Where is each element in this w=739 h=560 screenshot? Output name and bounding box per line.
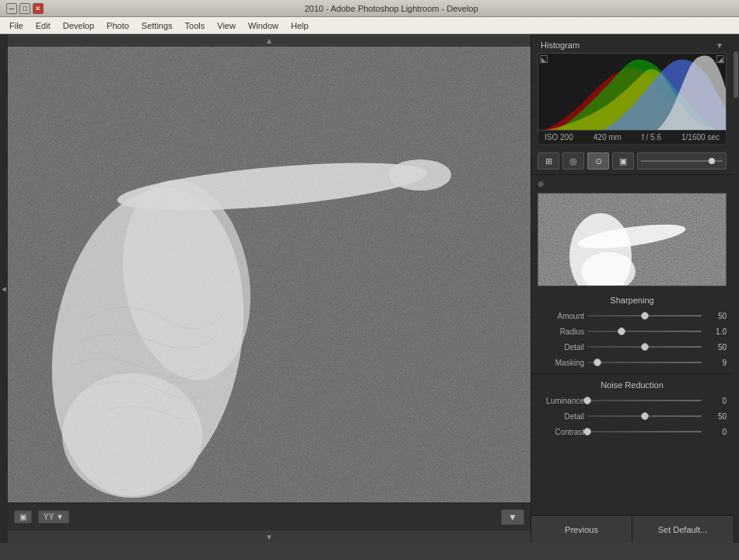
noise-reduction-section: Noise Reduction Luminance 0 Detail xyxy=(531,377,733,439)
spot-removal-tool[interactable]: ◎ xyxy=(562,152,584,170)
masking-value: 9 xyxy=(705,359,727,367)
detail-panel-header: ⊕ xyxy=(531,175,733,193)
masking-label: Masking xyxy=(538,359,584,367)
set-default-button[interactable]: Set Default... xyxy=(632,516,733,543)
tool-strip: ⊞ ◎ ⊙ ▣ xyxy=(531,148,733,175)
image-area: ▲ xyxy=(8,34,531,543)
menu-tools[interactable]: Tools xyxy=(179,19,212,32)
right-scrollbar[interactable] xyxy=(733,34,739,543)
histogram-chart xyxy=(538,54,726,130)
bird-image-svg xyxy=(8,47,531,502)
nr-contrast-row: Contrast 0 xyxy=(531,424,733,439)
histogram-collapse[interactable]: ▼ xyxy=(716,41,723,50)
luminance-row: Luminance 0 xyxy=(531,393,733,408)
nr-detail-row: Detail 50 xyxy=(531,408,733,424)
nr-detail-value: 50 xyxy=(705,412,727,421)
menu-help[interactable]: Help xyxy=(285,19,315,32)
minimize-button[interactable]: ─ xyxy=(6,3,17,14)
histogram-corner-tr: ◢ xyxy=(716,55,724,63)
detail-panel[interactable]: ⊕ xyxy=(531,175,733,515)
top-arrow-bar: ▲ xyxy=(8,34,531,47)
menu-edit[interactable]: Edit xyxy=(30,19,57,32)
sharpening-title: Sharpening xyxy=(531,292,733,308)
graduated-filter[interactable]: ▣ xyxy=(612,152,634,170)
previous-button[interactable]: Previous xyxy=(531,516,632,543)
histogram-box: ◣ ◢ xyxy=(538,53,727,131)
redeye-tool[interactable]: ⊙ xyxy=(587,152,609,170)
window-title: 2010 - Adobe Photoshop Lightroom - Devel… xyxy=(50,4,733,13)
menu-settings[interactable]: Settings xyxy=(135,19,179,32)
yy-button[interactable]: YY ▼ xyxy=(38,510,69,523)
bottom-buttons: Previous Set Default... xyxy=(531,515,733,543)
image-canvas xyxy=(8,47,531,502)
view-icon: ▣ xyxy=(19,513,26,521)
noise-reduction-title: Noise Reduction xyxy=(531,377,733,393)
exif-aperture: f / 5.6 xyxy=(642,133,661,142)
menu-window[interactable]: Window xyxy=(242,19,285,32)
title-bar: ─ □ ✕ 2010 - Adobe Photoshop Lightroom -… xyxy=(0,0,739,17)
histogram-title: Histogram xyxy=(541,40,580,50)
menu-bar: File Edit Develop Photo Settings Tools V… xyxy=(0,17,739,34)
bottom-arrow-bar: ▼ xyxy=(8,530,531,543)
yy-dropdown-icon: ▼ xyxy=(56,513,64,521)
exif-focal: 420 mm xyxy=(594,133,622,142)
main-content: ◄ ▲ xyxy=(0,34,739,543)
preview-thumb-svg xyxy=(538,194,726,285)
amount-label: Amount xyxy=(538,312,584,320)
radius-row: Radius 1.0 xyxy=(531,324,733,339)
tool-slider[interactable] xyxy=(637,152,727,170)
left-panel: ◄ xyxy=(0,34,8,543)
masking-row: Masking 9 xyxy=(531,355,733,370)
left-panel-toggle[interactable]: ◄ xyxy=(0,285,8,293)
crop-tool[interactable]: ⊞ xyxy=(538,152,559,170)
exif-info: ISO 200 420 mm f / 5.6 1/1600 sec xyxy=(538,131,727,145)
expand-button[interactable]: ▼ xyxy=(501,509,524,525)
section-divider xyxy=(531,373,733,374)
menu-view[interactable]: View xyxy=(211,19,242,32)
detail-label: Detail xyxy=(538,343,584,352)
window-controls: ─ □ ✕ xyxy=(6,3,44,14)
luminance-slider[interactable] xyxy=(587,395,702,406)
bottom-panel-toggle[interactable]: ▼ xyxy=(265,533,273,541)
sharpening-section: Sharpening Amount 50 Radius xyxy=(531,292,733,370)
menu-photo[interactable]: Photo xyxy=(100,19,135,32)
amount-slider[interactable] xyxy=(587,310,702,321)
radius-value: 1.0 xyxy=(705,327,727,336)
right-panel: Histogram ▼ ◣ ◢ xyxy=(531,34,733,543)
luminance-label: Luminance xyxy=(538,397,584,405)
detail-value: 50 xyxy=(705,343,727,352)
nr-contrast-slider[interactable] xyxy=(587,426,702,437)
histogram-header: Histogram ▼ xyxy=(534,37,730,53)
nr-contrast-label: Contrast xyxy=(538,428,584,436)
preview-thumbnail xyxy=(538,193,727,286)
nr-detail-label: Detail xyxy=(538,412,584,421)
close-button[interactable]: ✕ xyxy=(33,3,44,14)
detail-add-icon[interactable]: ⊕ xyxy=(538,180,544,188)
yy-label: YY xyxy=(44,513,54,521)
masking-slider[interactable] xyxy=(587,357,702,368)
radius-label: Radius xyxy=(538,327,584,336)
nr-detail-slider[interactable] xyxy=(587,411,702,422)
svg-rect-7 xyxy=(8,47,531,502)
exif-iso: ISO 200 xyxy=(545,133,573,142)
scroll-thumb[interactable] xyxy=(734,51,738,98)
top-panel-toggle[interactable]: ▲ xyxy=(265,37,273,45)
detail-slider[interactable] xyxy=(587,341,702,352)
nr-contrast-value: 0 xyxy=(705,428,727,436)
exif-shutter: 1/1600 sec xyxy=(681,133,720,142)
menu-develop[interactable]: Develop xyxy=(57,19,100,32)
maximize-button[interactable]: □ xyxy=(19,3,30,14)
view-mode-button[interactable]: ▣ xyxy=(14,510,32,523)
luminance-value: 0 xyxy=(705,397,727,405)
amount-row: Amount 50 xyxy=(531,308,733,324)
menu-file[interactable]: File xyxy=(3,19,30,32)
image-display xyxy=(8,47,531,502)
histogram-section: Histogram ▼ ◣ ◢ xyxy=(531,34,733,148)
image-bottom-bar: ▣ YY ▼ ▼ xyxy=(8,502,531,530)
histogram-corner-tl: ◣ xyxy=(540,55,548,63)
detail-row: Detail 50 xyxy=(531,339,733,355)
amount-value: 50 xyxy=(705,312,727,320)
radius-slider[interactable] xyxy=(587,326,702,337)
expand-icon: ▼ xyxy=(508,512,517,523)
